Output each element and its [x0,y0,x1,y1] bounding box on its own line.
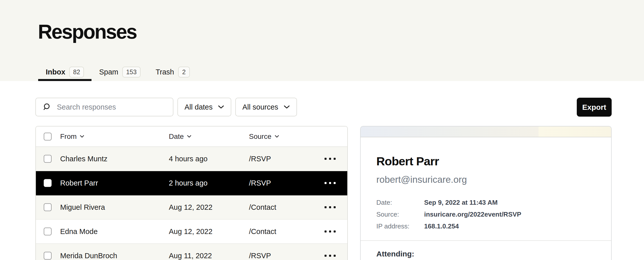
detail-meta-source: Source: insuricare.org/2022event/RSVP [376,209,521,220]
select-all-checkbox[interactable] [44,133,52,140]
row-actions-menu-icon[interactable] [325,204,336,211]
detail-respondent-name: Robert Parr [376,154,439,168]
tab-spam-count-badge: 153 [122,67,141,77]
search-input[interactable] [51,103,173,111]
response-detail-panel: Robert Parr robert@insuricare.org Date: … [360,126,612,260]
sources-filter-label: All sources [242,103,278,111]
row-checkbox[interactable] [44,203,52,211]
row-checkbox[interactable] [44,228,52,236]
responses-table: From Date Source Charles Muntz 4 hours a… [35,126,348,260]
tab-inbox[interactable]: Inbox 82 [38,63,91,81]
tab-inbox-count-badge: 82 [69,67,84,77]
chevron-down-icon [218,105,224,109]
detail-divider [361,240,611,241]
sort-chevron-icon [80,135,84,138]
table-row[interactable]: Miguel Rivera Aug 12, 2022 /Contact [36,195,347,220]
tab-inbox-label: Inbox [46,68,65,76]
tab-spam-label: Spam [99,68,118,76]
column-header-from[interactable]: From [60,126,84,146]
tab-trash-label: Trash [156,68,174,76]
row-actions-menu-icon[interactable] [325,155,336,162]
tabs-bar: Inbox 82 Spam 153 Trash 2 [38,63,197,81]
responses-page: Responses Inbox 82 Spam 153 Trash 2 All … [0,0,644,260]
sort-chevron-icon [187,135,191,138]
detail-meta-list: Date: Sep 9, 2022 at 11:43 AM Source: in… [376,197,521,232]
detail-section-heading: Attending: [376,250,414,258]
tab-trash[interactable]: Trash 2 [148,63,197,81]
sort-chevron-icon [275,135,279,138]
table-row[interactable]: Charles Muntz 4 hours ago /RSVP [36,147,347,171]
row-actions-menu-icon[interactable] [325,252,336,259]
column-header-date[interactable]: Date [169,126,191,146]
row-checkbox[interactable] [44,179,52,187]
table-body: Charles Muntz 4 hours ago /RSVP Robert P… [36,147,347,260]
detail-respondent-email: robert@insuricare.org [376,174,467,185]
search-icon [43,103,51,111]
row-checkbox[interactable] [44,252,52,260]
table-row[interactable]: Edna Mode Aug 12, 2022 /Contact [36,220,347,244]
page-title: Responses [38,20,136,43]
chevron-down-icon [284,105,290,109]
tab-trash-count-badge: 2 [178,67,190,77]
table-row[interactable]: Merida DunBroch Aug 11, 2022 /RSVP [36,244,347,260]
row-actions-menu-icon[interactable] [325,179,336,187]
detail-header-strip [361,126,611,137]
column-header-source[interactable]: Source [249,126,279,146]
table-row[interactable]: Robert Parr 2 hours ago /RSVP [36,171,347,195]
tab-spam[interactable]: Spam 153 [91,63,148,81]
dates-filter-label: All dates [185,103,213,111]
dates-filter-dropdown[interactable]: All dates [177,98,231,116]
table-header-row: From Date Source [36,126,347,147]
sources-filter-dropdown[interactable]: All sources [235,98,297,116]
detail-meta-date: Date: Sep 9, 2022 at 11:43 AM [376,197,521,209]
search-field[interactable] [35,98,173,116]
row-checkbox[interactable] [44,155,52,163]
detail-meta-ip: IP address: 168.1.0.254 [376,220,521,232]
row-actions-menu-icon[interactable] [325,228,336,235]
export-button[interactable]: Export [577,98,612,117]
